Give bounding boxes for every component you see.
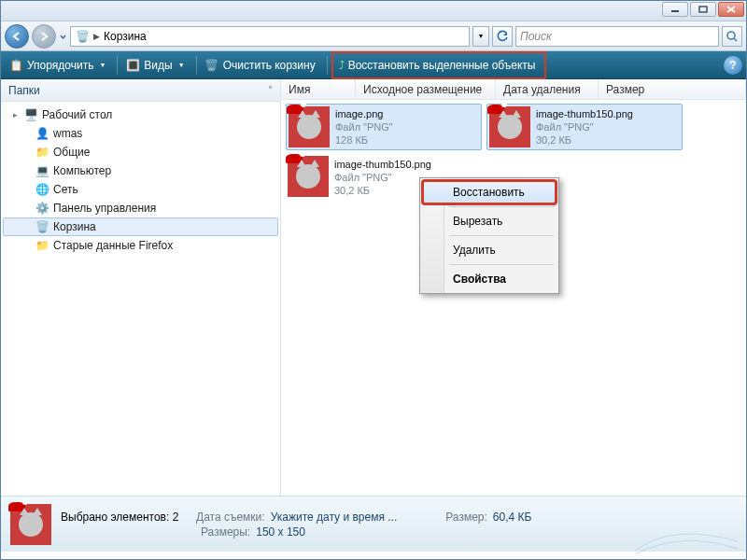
title-bar xyxy=(1,1,746,21)
col-original-location[interactable]: Исходное размещение xyxy=(356,79,496,99)
size-label: Размер: xyxy=(445,511,487,524)
file-item[interactable]: image.png Файл "PNG" 128 КБ xyxy=(286,104,482,150)
empty-recycle-bin-button[interactable]: 🗑️ Очистить корзину xyxy=(201,54,323,77)
details-thumbnail xyxy=(10,504,51,545)
minimize-button[interactable] xyxy=(662,2,688,17)
tree-item-firefox-old[interactable]: 📁 Старые данные Firefox xyxy=(3,236,278,255)
restore-icon: ⤴ xyxy=(339,59,345,72)
recycle-bin-icon: 🗑️ xyxy=(35,219,49,234)
help-button[interactable]: ? xyxy=(724,56,742,75)
context-menu: Восстановить Вырезать Удалить Свойства xyxy=(419,177,559,294)
ctx-restore[interactable]: Восстановить xyxy=(423,181,556,203)
nav-pane: Папки ˅ ▸ 🖥️ Рабочий стол 👤 wmas 📁 Общие xyxy=(1,79,281,496)
file-list[interactable]: image.png Файл "PNG" 128 КБ image-thumb1… xyxy=(281,100,746,496)
tree-item-user[interactable]: 👤 wmas xyxy=(3,124,278,143)
file-size: 30,2 КБ xyxy=(334,184,431,197)
ctx-delete[interactable]: Удалить xyxy=(423,239,556,261)
computer-icon: 💻 xyxy=(35,163,49,178)
tree-item-recycle-bin[interactable]: 🗑️ Корзина xyxy=(3,217,278,236)
svg-line-3 xyxy=(734,38,737,41)
maximize-button[interactable] xyxy=(690,2,716,17)
views-icon: 🔳 xyxy=(125,58,140,73)
chevron-down-icon[interactable]: ˅ xyxy=(268,85,273,95)
restore-selected-highlight: ⤴ Восстановить выделенные объекты xyxy=(331,51,547,79)
tree-label: Корзина xyxy=(53,220,96,233)
breadcrumb-location[interactable]: Корзина xyxy=(104,30,147,43)
ctx-cut[interactable]: Вырезать xyxy=(423,210,556,232)
file-thumbnail xyxy=(489,106,530,147)
date-taken-label: Дата съемки: xyxy=(196,511,265,524)
col-date-deleted[interactable]: Дата удаления xyxy=(496,79,599,99)
user-icon: 👤 xyxy=(35,126,49,141)
details-title: Выбрано элементов: 2 xyxy=(61,511,178,524)
file-item[interactable]: image-thumb150.png Файл "PNG" 30,2 КБ xyxy=(486,104,683,150)
views-button[interactable]: 🔳 Виды▼ xyxy=(121,54,191,77)
nav-pane-header[interactable]: Папки ˅ xyxy=(1,79,280,102)
expand-icon[interactable]: ▸ xyxy=(10,110,20,119)
address-dropdown[interactable]: ▾ xyxy=(472,26,489,47)
forward-button[interactable] xyxy=(32,24,56,49)
back-button[interactable] xyxy=(5,24,29,49)
folder-icon: 📁 xyxy=(35,238,49,253)
recycle-bin-icon: 🗑️ xyxy=(75,29,90,44)
organize-button[interactable]: 📋 Упорядочить▼ xyxy=(5,54,113,77)
file-size: 128 КБ xyxy=(335,133,393,147)
col-name[interactable]: Имя xyxy=(281,79,356,99)
folder-tree: ▸ 🖥️ Рабочий стол 👤 wmas 📁 Общие 💻 Компь… xyxy=(1,102,280,496)
address-bar[interactable]: 🗑️ ▶ Корзина xyxy=(70,26,470,47)
nav-history-dropdown-icon[interactable] xyxy=(59,28,67,45)
tree-item-public[interactable]: 📁 Общие xyxy=(3,143,278,161)
nav-bar: 🗑️ ▶ Корзина ▾ Поиск xyxy=(1,21,746,51)
empty-bin-icon: 🗑️ xyxy=(204,58,219,73)
file-thumbnail xyxy=(289,106,330,147)
file-type: Файл "PNG" xyxy=(334,171,431,184)
file-name: image.png xyxy=(335,107,393,120)
file-thumbnail xyxy=(288,156,329,197)
tree-item-computer[interactable]: 💻 Компьютер xyxy=(3,161,278,180)
dimensions-value: 150 x 150 xyxy=(256,525,305,539)
file-name: image-thumb150.png xyxy=(334,158,431,171)
organize-icon: 📋 xyxy=(8,58,23,73)
search-button[interactable] xyxy=(722,26,742,47)
svg-point-2 xyxy=(727,32,735,39)
size-value: 60,4 КБ xyxy=(493,511,532,524)
date-taken-value[interactable]: Укажите дату и время ... xyxy=(271,511,398,524)
file-name: image-thumb150.png xyxy=(536,107,633,120)
tree-label: Сеть xyxy=(53,183,78,196)
tree-label: Рабочий стол xyxy=(42,108,112,121)
column-headers: Имя Исходное размещение Дата удаления Ра… xyxy=(281,79,746,100)
tree-item-control-panel[interactable]: ⚙️ Панель управления xyxy=(3,199,278,217)
tree-item-network[interactable]: 🌐 Сеть xyxy=(3,180,278,199)
decorative-swoosh xyxy=(635,513,738,558)
folder-icon: 📁 xyxy=(35,145,49,160)
tree-label: wmas xyxy=(53,127,82,140)
network-icon: 🌐 xyxy=(35,182,49,197)
file-size: 30,2 КБ xyxy=(536,133,633,147)
tree-label: Старые данные Firefox xyxy=(53,239,173,252)
details-pane: Выбрано элементов: 2 Дата съемки: Укажит… xyxy=(1,496,746,552)
file-type: Файл "PNG" xyxy=(536,120,633,133)
svg-rect-1 xyxy=(699,7,707,12)
ctx-properties[interactable]: Свойства xyxy=(423,268,556,290)
tree-label: Общие xyxy=(53,146,90,159)
tree-label: Компьютер xyxy=(53,164,111,177)
tree-label: Панель управления xyxy=(53,202,156,215)
search-input[interactable]: Поиск xyxy=(515,26,719,47)
restore-selected-button[interactable]: ⤴ Восстановить выделенные объекты xyxy=(335,54,543,77)
close-button[interactable] xyxy=(718,2,744,17)
desktop-icon: 🖥️ xyxy=(23,107,38,122)
refresh-button[interactable] xyxy=(492,26,513,47)
command-toolbar: 📋 Упорядочить▼ 🔳 Виды▼ 🗑️ Очистить корзи… xyxy=(1,51,746,79)
control-panel-icon: ⚙️ xyxy=(35,201,49,216)
file-type: Файл "PNG" xyxy=(335,120,393,133)
col-size[interactable]: Размер xyxy=(599,79,746,99)
dimensions-label: Размеры: xyxy=(201,525,250,539)
tree-item-desktop[interactable]: ▸ 🖥️ Рабочий стол xyxy=(3,105,278,124)
breadcrumb-sep: ▶ xyxy=(93,32,100,41)
